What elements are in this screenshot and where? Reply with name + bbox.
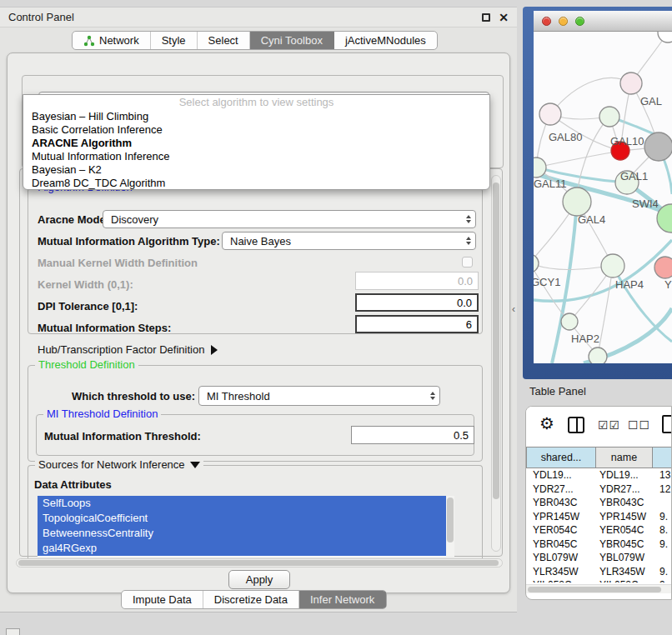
kernel-width-field[interactable] <box>355 272 479 290</box>
cyni-toolbox-panel: gal-filtered.sif default node Cyni Algor… <box>7 52 510 593</box>
close-button[interactable] <box>542 17 551 26</box>
node-label: HAP4 <box>615 278 644 291</box>
node-label: GAL80 <box>549 131 582 143</box>
tab-select[interactable]: Select <box>198 32 250 49</box>
mi-threshold-label: Mutual Information Threshold: <box>44 430 201 442</box>
which-threshold-combobox[interactable]: MI Threshold <box>198 386 440 406</box>
table-horizontal-scrollbar[interactable] <box>526 584 671 593</box>
hub-definition-toggle[interactable]: Hub/Transcription Factor Definition <box>38 343 218 356</box>
hub-definition-label: Hub/Transcription Factor Definition <box>38 343 204 356</box>
network-node[interactable] <box>644 132 672 161</box>
columns-icon[interactable] <box>568 417 584 433</box>
close-panel-icon[interactable]: ✕ <box>499 13 509 22</box>
dropdown-option[interactable]: Bayesian – K2 <box>23 163 489 177</box>
tab-select-label: Select <box>208 34 238 47</box>
dropdown-option[interactable]: Basic Correlation Inference <box>23 123 489 137</box>
table-row[interactable]: YDL19...YDL19...13 <box>526 468 671 482</box>
checked-boxes-icon[interactable]: ☑☑ <box>598 418 620 432</box>
network-node[interactable] <box>601 254 624 278</box>
mi-steps-label: Mutual Information Steps: <box>38 322 171 334</box>
network-node[interactable] <box>599 107 619 127</box>
attribute-list-scrollbar[interactable] <box>446 496 454 557</box>
control-panel-window: Control Panel ✕ Network Style <box>0 7 517 612</box>
attribute-item[interactable]: gal4RGexp <box>38 541 454 556</box>
combo-stepper-icon <box>462 211 475 228</box>
dropdown-option-selected[interactable]: ARACNE Algorithm <box>23 137 489 150</box>
settings-horizontal-scrollbar[interactable] <box>16 558 503 568</box>
threshold-definition-title: Threshold Definition <box>35 358 138 371</box>
table-row[interactable]: YBL079WYBL079W <box>526 551 671 565</box>
table-row[interactable]: YIL052CYIL052C9. <box>526 578 671 582</box>
tab-infer-network[interactable]: Infer Network <box>299 591 386 608</box>
mi-steps-field[interactable] <box>355 315 479 333</box>
gear-icon[interactable]: ⚙ <box>539 413 554 433</box>
node-label: GAL1 <box>620 170 648 182</box>
network-canvas[interactable]: GAL GAL80 GAL10 GAL1 GAL11 SWI4 GAL4 GCY… <box>534 32 672 363</box>
document-icon[interactable] <box>662 415 672 433</box>
node-label: SWI4 <box>632 198 659 210</box>
data-attributes-list: SelfLoops TopologicalCoefficient Between… <box>38 496 454 557</box>
aracne-mode-value: Discovery <box>111 213 158 226</box>
manual-kernel-checkbox[interactable] <box>462 257 473 268</box>
aracne-mode-combobox[interactable]: Discovery <box>103 210 476 228</box>
expand-right-icon <box>211 345 218 355</box>
mi-type-combobox[interactable]: Naive Bayes <box>222 232 476 250</box>
data-attributes-label: Data Attributes <box>34 478 112 491</box>
dropdown-option[interactable]: Mutual Information Inference <box>23 150 489 163</box>
tab-discretize-data[interactable]: Discretize Data <box>203 591 299 608</box>
minimize-button[interactable] <box>559 17 568 26</box>
mi-threshold-title: MI Threshold Definition <box>43 408 161 420</box>
node-label: HAP2 <box>571 332 599 345</box>
table-row[interactable]: YBR045CYBR045C9. <box>526 538 671 552</box>
tab-cyni-toolbox-label: Cyni Toolbox <box>261 34 323 47</box>
network-node[interactable] <box>561 313 578 330</box>
network-node[interactable] <box>563 188 591 216</box>
table-row[interactable]: YBR043CYBR043C <box>526 496 671 510</box>
dropdown-option[interactable]: Dream8 DC_TDC Algorithm <box>23 177 489 190</box>
table-row[interactable]: YLR345WYLR345W9. <box>526 565 671 579</box>
apply-button[interactable]: Apply <box>228 570 290 589</box>
zoom-button[interactable] <box>575 17 584 26</box>
node-label: GAL11 <box>534 178 567 190</box>
network-node[interactable] <box>658 32 672 42</box>
control-panel-title: Control Panel <box>8 11 74 23</box>
node-label: Y <box>664 278 672 291</box>
table-row[interactable]: YPR145WYPR145W9. <box>526 510 671 524</box>
node-label: GCY1 <box>534 276 560 288</box>
table-row[interactable]: YER054CYER054C8. <box>526 523 671 538</box>
attribute-item[interactable]: SelfLoops <box>38 496 454 511</box>
attribute-item[interactable]: TopologicalCoefficient <box>38 511 454 526</box>
float-window-icon[interactable] <box>482 13 490 22</box>
node-label: GAL10 <box>610 135 644 148</box>
network-node[interactable] <box>589 348 607 363</box>
panel-splitter-handle[interactable]: ‹ <box>512 303 515 315</box>
network-node[interactable] <box>539 103 561 125</box>
column-header-shared-name[interactable]: shared... <box>526 447 596 468</box>
tab-cyni-toolbox[interactable]: Cyni Toolbox <box>250 32 334 49</box>
tab-network-label: Network <box>99 34 139 47</box>
network-node[interactable] <box>620 72 642 94</box>
table-row[interactable]: YDR27...YDR27...12 <box>526 482 671 497</box>
network-node[interactable] <box>654 257 672 278</box>
tab-jactivemnodules[interactable]: jActiveMNodules <box>334 32 437 49</box>
table-panel-title: Table Panel <box>529 385 586 398</box>
settings-vertical-scrollbar[interactable] <box>491 175 501 552</box>
kernel-width-label: Kernel Width (0,1): <box>38 278 133 291</box>
unchecked-boxes-icon[interactable]: ☐☐ <box>628 418 650 432</box>
mi-threshold-field[interactable] <box>351 426 474 444</box>
tab-network[interactable]: Network <box>73 32 151 49</box>
collapse-down-icon <box>190 462 200 468</box>
column-header-name[interactable]: name <box>596 447 653 468</box>
tab-style[interactable]: Style <box>151 32 198 49</box>
dropdown-placeholder: Select algorithm to view settings <box>23 95 489 110</box>
network-node[interactable] <box>534 254 539 272</box>
sources-title[interactable]: Sources for Network Inference <box>35 458 203 471</box>
table-header-row: shared... name <box>526 447 672 468</box>
tab-style-label: Style <box>162 34 186 47</box>
tab-discretize-data-label: Discretize Data <box>214 593 288 606</box>
attribute-item[interactable]: BetweennessCentrality <box>38 526 454 541</box>
dropdown-option[interactable]: Bayesian – Hill Climbing <box>23 110 489 123</box>
dpi-tolerance-field[interactable] <box>355 293 479 312</box>
tab-impute-data[interactable]: Impute Data <box>122 591 203 608</box>
column-header-partial[interactable] <box>653 447 672 468</box>
